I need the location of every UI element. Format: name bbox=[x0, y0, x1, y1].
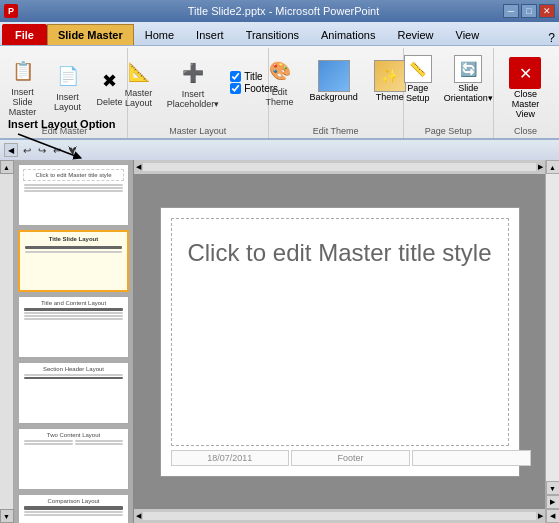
window-controls: ─ □ ✕ bbox=[503, 4, 555, 18]
master-layout-buttons: 📐 MasterLayout ➕ InsertPlaceholder▾ Titl… bbox=[118, 50, 278, 112]
prev-slide-btn[interactable]: ◀ bbox=[546, 509, 560, 523]
slide-thumb-wrapper-3: 3 Title and Content Layout bbox=[18, 296, 129, 358]
right-scrollbar: ▲ ▼ ▶ ◀ bbox=[545, 160, 559, 523]
thumb-5-title: Two Content Layout bbox=[21, 431, 126, 439]
slide-canvas: Click to edit Master title style 18/07/2… bbox=[160, 207, 520, 477]
redo-button[interactable]: ↪ bbox=[36, 144, 48, 157]
powerpoint-icon: P bbox=[4, 4, 18, 18]
thumb-5-col-2 bbox=[75, 440, 124, 486]
ribbon-group-edit-theme: 🎨 EditTheme Background ✨ Theme Edit Them… bbox=[269, 48, 404, 138]
thumb-3-line-1 bbox=[24, 308, 123, 311]
footer-text-field[interactable]: Footer bbox=[291, 450, 410, 466]
canvas-scroll-right-2[interactable]: ▶ bbox=[538, 512, 543, 520]
slide-thumb-wrapper-4: 4 Section Header Layout bbox=[18, 362, 129, 424]
ribbon: 📋 Insert SlideMaster 📄 InsertLayout ✖ De… bbox=[0, 46, 559, 140]
footer-page-field[interactable] bbox=[412, 450, 531, 466]
slide-thumb-3[interactable]: Title and Content Layout bbox=[18, 296, 129, 358]
master-layout-label: MasterLayout bbox=[125, 88, 153, 108]
tab-insert[interactable]: Insert bbox=[185, 24, 235, 45]
tab-file[interactable]: File bbox=[2, 24, 47, 45]
ribbon-group-edit-master: 📋 Insert SlideMaster 📄 InsertLayout ✖ De… bbox=[2, 48, 128, 138]
maximize-button[interactable]: □ bbox=[521, 4, 537, 18]
thumb-5-line-3 bbox=[75, 440, 124, 442]
close-master-view-icon: ✕ bbox=[509, 57, 541, 89]
thumb-5-line-4 bbox=[75, 443, 124, 445]
master-layout-checks: ➕ InsertPlaceholder▾ bbox=[162, 52, 225, 112]
quick-access-toolbar: ◀ ↩ ↪ ↩ ⮟ bbox=[0, 140, 559, 160]
edit-theme-buttons: 🎨 EditTheme Background ✨ Theme bbox=[259, 50, 413, 110]
canvas-area: ◀ ▶ Click to edit Master title style 18/… bbox=[134, 160, 545, 523]
slide-thumb-4[interactable]: Section Header Layout bbox=[18, 362, 129, 424]
ribbon-group-close: ✕ CloseMaster View Close bbox=[494, 48, 557, 138]
close-buttons: ✕ CloseMaster View bbox=[498, 50, 553, 124]
main-area: ▲ ▼ 1 Click to edit Master title style 2… bbox=[0, 160, 559, 523]
thumb-6-line-3 bbox=[24, 514, 123, 516]
master-layout-button[interactable]: 📐 MasterLayout bbox=[118, 53, 160, 111]
qa-dropdown[interactable]: ⮟ bbox=[66, 144, 80, 157]
slide-panel: 1 Click to edit Master title style 2 Tit… bbox=[14, 160, 134, 523]
insert-placeholder-button[interactable]: ➕ InsertPlaceholder▾ bbox=[162, 54, 225, 112]
footers-checkbox[interactable] bbox=[230, 83, 241, 94]
right-scroll-up[interactable]: ▲ bbox=[546, 160, 560, 174]
right-scroll-down[interactable]: ▼ bbox=[546, 481, 560, 495]
thumb-1-line-1 bbox=[24, 184, 123, 186]
next-slide-btn[interactable]: ▶ bbox=[546, 495, 560, 509]
thumb-5-col-1 bbox=[24, 440, 73, 486]
tab-view[interactable]: View bbox=[445, 24, 491, 45]
scroll-down-btn[interactable]: ▼ bbox=[0, 509, 14, 523]
thumb-6-content bbox=[21, 505, 126, 517]
master-title-text: Click to edit Master title style bbox=[182, 239, 498, 267]
page-setup-button[interactable]: 📏 PageSetup bbox=[399, 52, 437, 106]
thumb-4-content bbox=[21, 373, 126, 380]
insert-placeholder-label: InsertPlaceholder▾ bbox=[167, 89, 220, 109]
tab-home[interactable]: Home bbox=[134, 24, 185, 45]
insert-slide-master-button[interactable]: 📋 Insert SlideMaster bbox=[0, 52, 46, 120]
slide-thumb-6[interactable]: Comparison Layout bbox=[18, 494, 129, 523]
slide-thumb-5[interactable]: Two Content Layout bbox=[18, 428, 129, 490]
insert-placeholder-icon: ➕ bbox=[177, 57, 209, 89]
tab-review[interactable]: Review bbox=[386, 24, 444, 45]
help-icon[interactable]: ? bbox=[548, 31, 555, 45]
ribbon-group-page-setup: 📏 PageSetup 🔄 SlideOrientation▾ Page Set… bbox=[404, 48, 494, 138]
slide-footer-bar: 18/07/2011 Footer bbox=[171, 450, 531, 466]
thumb-1-line-3 bbox=[24, 190, 123, 192]
tab-slide-master[interactable]: Slide Master bbox=[47, 24, 134, 45]
slide-thumb-1[interactable]: Click to edit Master title style bbox=[18, 164, 129, 226]
page-setup-buttons: 📏 PageSetup 🔄 SlideOrientation▾ bbox=[399, 50, 498, 106]
page-setup-icon: 📏 bbox=[404, 55, 432, 83]
close-button[interactable]: ✕ bbox=[539, 4, 555, 18]
close-group-label: Close bbox=[514, 124, 537, 138]
insert-slide-master-icon: 📋 bbox=[7, 55, 39, 87]
close-master-view-button[interactable]: ✕ CloseMaster View bbox=[498, 52, 553, 124]
canvas-scroll-left-2[interactable]: ◀ bbox=[136, 512, 141, 520]
scroll-up-btn[interactable]: ▲ bbox=[0, 160, 14, 174]
page-setup-label: PageSetup bbox=[406, 83, 430, 103]
scroll-left-btn[interactable]: ◀ bbox=[4, 143, 18, 157]
footer-date-field[interactable]: 18/07/2011 bbox=[171, 450, 290, 466]
slide-orientation-button[interactable]: 🔄 SlideOrientation▾ bbox=[439, 52, 498, 106]
insert-slide-master-label: Insert SlideMaster bbox=[5, 87, 41, 117]
slide-thumb-2[interactable]: Title Slide Layout bbox=[18, 230, 129, 292]
qa-btn-3[interactable]: ↩ bbox=[51, 144, 63, 157]
thumb-3-line-2 bbox=[24, 312, 123, 314]
insert-layout-button[interactable]: 📄 InsertLayout bbox=[48, 57, 88, 115]
canvas-scroll-left[interactable]: ◀ bbox=[136, 163, 141, 171]
canvas-scroll-track-b bbox=[143, 512, 536, 520]
tab-transitions[interactable]: Transitions bbox=[235, 24, 310, 45]
thumb-5-line-1 bbox=[24, 440, 73, 442]
minimize-button[interactable]: ─ bbox=[503, 4, 519, 18]
edit-theme-button[interactable]: 🎨 EditTheme bbox=[259, 52, 301, 110]
tab-animations[interactable]: Animations bbox=[310, 24, 386, 45]
canvas-scroll-right[interactable]: ▶ bbox=[538, 163, 543, 171]
thumb-6-line-1 bbox=[24, 506, 123, 510]
thumb-3-line-4 bbox=[24, 318, 123, 320]
insert-layout-label: InsertLayout bbox=[54, 92, 81, 112]
master-title-area[interactable]: Click to edit Master title style bbox=[171, 218, 509, 446]
thumb-2-line-1 bbox=[25, 246, 122, 249]
background-button[interactable]: Background bbox=[303, 57, 365, 105]
thumb-3-content bbox=[21, 307, 126, 321]
slide-thumb-wrapper-6: 6 Comparison Layout bbox=[18, 494, 129, 523]
title-checkbox[interactable] bbox=[230, 71, 241, 82]
title-bar: P Title Slide2.pptx - Microsoft PowerPoi… bbox=[0, 0, 559, 22]
undo-button[interactable]: ↩ bbox=[21, 144, 33, 157]
